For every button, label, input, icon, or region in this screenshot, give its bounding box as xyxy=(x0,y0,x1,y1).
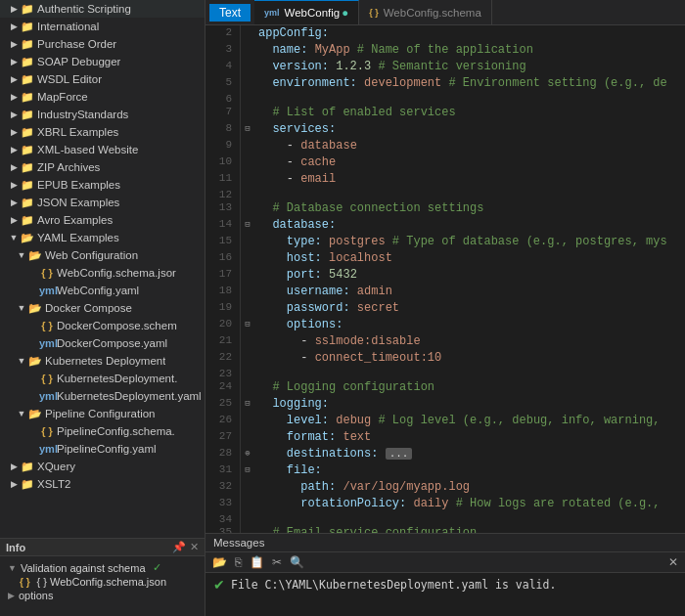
sidebar-item-yaml-examples[interactable]: ▼ 📂 YAML Examples xyxy=(0,229,205,246)
sidebar-item-label: MapForce xyxy=(37,91,88,103)
sidebar-item-pipelineconfig-schema[interactable]: { } PipelineConfig.schema. xyxy=(0,422,205,440)
messages-copy-btn[interactable]: ⎘ xyxy=(232,554,245,570)
sidebar-item-pipelineconfig-yaml[interactable]: yml PipelineConfig.yaml xyxy=(0,440,205,458)
messages-close-btn[interactable]: ✕ xyxy=(665,554,681,570)
tree-arrow: ▶ xyxy=(8,22,20,31)
code-line: 15 type: postgres # Type of database (e.… xyxy=(206,234,685,250)
sidebar-item-xbrl-examples[interactable]: ▶ 📁 XBRL Examples xyxy=(0,123,205,141)
collapse-btn[interactable]: ⊟ xyxy=(241,396,254,413)
collapse-btn xyxy=(241,479,254,496)
code-line: 35 # Email service configuration xyxy=(206,525,685,533)
tab-webconfig-schema[interactable]: { } WebConfig.schema xyxy=(359,0,492,24)
pin-icon[interactable]: 📌 xyxy=(172,541,186,553)
text-button[interactable]: Text xyxy=(209,4,251,22)
code-line: 13 # Database connection settings xyxy=(206,200,685,217)
sidebar-item-purchase-order[interactable]: ▶ 📁 Purchase Order xyxy=(0,35,205,53)
sidebar-item-kubernetes-yaml[interactable]: yml KubernetesDeployment.yaml xyxy=(0,387,205,405)
sidebar-item-webconfig-schema[interactable]: { } WebConfig.schema.jsor xyxy=(0,264,205,282)
line-number: 19 xyxy=(206,300,241,317)
sidebar-item-label: Docker Compose xyxy=(45,302,132,314)
info-header-icons: 📌 ✕ xyxy=(172,541,199,553)
collapse-btn xyxy=(241,379,254,396)
line-number: 9 xyxy=(206,138,241,154)
line-number: 18 xyxy=(206,284,241,300)
sidebar-item-xml-based-website[interactable]: ▶ 📁 XML-based Website xyxy=(0,141,205,158)
sidebar-item-docker-compose[interactable]: ▼ 📂 Docker Compose xyxy=(0,299,205,317)
sidebar-item-label: XSLT2 xyxy=(37,478,70,490)
messages-panel: Messages 📂 ⎘ 📋 ✂ 🔍 ✕ ✔ File C:\YAML\Kube… xyxy=(206,533,685,616)
code-line: 14 ⊟ database: xyxy=(206,217,685,234)
tab-label: WebConfig xyxy=(285,7,341,19)
line-number: 20 xyxy=(206,317,241,333)
tree-arrow: ▶ xyxy=(8,180,20,190)
info-schema-item[interactable]: { } { } WebConfig.schema.json xyxy=(8,575,197,589)
sidebar-item-zip-archives[interactable]: ▶ 📁 ZIP Archives xyxy=(0,158,205,176)
collapse-btn xyxy=(241,42,254,59)
tab-webconfig[interactable]: yml WebConfig ● xyxy=(254,0,359,24)
tab-active-dot: ● xyxy=(342,7,348,19)
sidebar-item-epub-examples[interactable]: ▶ 📁 EPUB Examples xyxy=(0,176,205,194)
sidebar-item-webconfig-yaml[interactable]: yml WebConfig.yaml xyxy=(0,282,205,299)
line-number: 23 xyxy=(206,367,241,379)
collapse-btn[interactable]: ⊟ xyxy=(241,121,254,138)
code-editor[interactable]: 2 appConfig: 3 name: MyApp # Name of the… xyxy=(206,25,685,533)
code-line: 10 - cache xyxy=(206,154,685,171)
info-validation-section[interactable]: ▼ Validation against schema ✓ xyxy=(8,560,197,575)
line-number: 16 xyxy=(206,250,241,267)
folder-icon: 📁 xyxy=(20,56,35,68)
sidebar-item-label: Authentic Scripting xyxy=(37,3,131,15)
folder-icon: 📁 xyxy=(20,126,35,139)
collapse-btn[interactable]: ⊟ xyxy=(241,317,254,333)
folder-icon: 📂 xyxy=(27,355,43,368)
line-content: # Email service configuration xyxy=(254,525,685,533)
sidebar-item-soap-debugger[interactable]: ▶ 📁 SOAP Debugger xyxy=(0,53,205,70)
sidebar-item-dockercompose-yaml[interactable]: yml DockerCompose.yaml xyxy=(0,334,205,352)
collapse-btn xyxy=(241,171,254,188)
sidebar-item-mapforce[interactable]: ▶ 📁 MapForce xyxy=(0,88,205,106)
info-panel-header: Info 📌 ✕ xyxy=(0,539,205,556)
line-content: port: 5432 xyxy=(254,267,685,284)
code-line: 17 port: 5432 xyxy=(206,267,685,284)
messages-folder-btn[interactable]: 📂 xyxy=(209,554,230,570)
close-icon[interactable]: ✕ xyxy=(190,541,199,553)
sidebar-item-wsdl-editor[interactable]: ▶ 📁 WSDL Editor xyxy=(0,70,205,88)
code-line: 21 - sslmode:disable xyxy=(206,333,685,350)
code-line: 18 username: admin xyxy=(206,284,685,300)
info-options-item[interactable]: ▶ options xyxy=(8,589,197,602)
line-content: - email xyxy=(254,171,685,188)
line-number: 21 xyxy=(206,333,241,350)
code-line: 25 ⊟ logging: xyxy=(206,396,685,413)
sidebar-item-label: EPUB Examples xyxy=(37,179,120,191)
sidebar-item-xslt2[interactable]: ▶ 📁 XSLT2 xyxy=(0,475,205,493)
line-number: 25 xyxy=(206,396,241,413)
sidebar-item-label: JSON Examples xyxy=(37,197,119,208)
tree-arrow: ▶ xyxy=(8,127,20,137)
sidebar-item-xquery[interactable]: ▶ 📁 XQuery xyxy=(0,458,205,475)
sidebar-item-kubernetes-deployment[interactable]: ▼ 📂 Kubernetes Deployment xyxy=(0,352,205,370)
messages-cut-btn[interactable]: ✂ xyxy=(269,554,285,570)
sidebar-item-international[interactable]: ▶ 📁 International xyxy=(0,18,205,35)
sidebar-item-industry-standards[interactable]: ▶ 📁 IndustryStandards xyxy=(0,106,205,123)
line-number: 22 xyxy=(206,350,241,367)
folder-icon: 📁 xyxy=(20,38,35,51)
line-content: name: MyApp # Name of the application xyxy=(254,42,685,59)
code-line: 8 ⊟ services: xyxy=(206,121,685,138)
sidebar-item-pipeline-configuration[interactable]: ▼ 📂 Pipeline Configuration xyxy=(0,405,205,422)
line-number: 6 xyxy=(206,92,241,105)
collapse-btn[interactable]: ⊟ xyxy=(241,462,254,479)
sidebar-item-label: Web Configuration xyxy=(45,249,138,261)
line-content: logging: xyxy=(254,396,685,413)
sidebar-item-json-examples[interactable]: ▶ 📁 JSON Examples xyxy=(0,194,205,211)
sidebar-item-kubernetes-schema[interactable]: { } KubernetesDeployment. xyxy=(0,370,205,387)
sidebar-item-authentic-scripting[interactable]: ▶ 📁 Authentic Scripting xyxy=(0,0,205,18)
collapse-btn[interactable]: ⊕ xyxy=(241,446,254,462)
messages-paste-btn[interactable]: 📋 xyxy=(247,554,267,570)
collapse-btn[interactable]: ⊟ xyxy=(241,217,254,234)
tree-arrow: ▶ xyxy=(8,462,20,471)
tree-arrow: ▼ xyxy=(16,409,27,418)
messages-find-btn[interactable]: 🔍 xyxy=(287,554,307,570)
line-content xyxy=(254,92,685,105)
sidebar-item-avro-examples[interactable]: ▶ 📁 Avro Examples xyxy=(0,211,205,229)
sidebar-item-dockercompose-schema[interactable]: { } DockerCompose.schem xyxy=(0,317,205,334)
sidebar-item-web-configuration[interactable]: ▼ 📂 Web Configuration xyxy=(0,246,205,264)
